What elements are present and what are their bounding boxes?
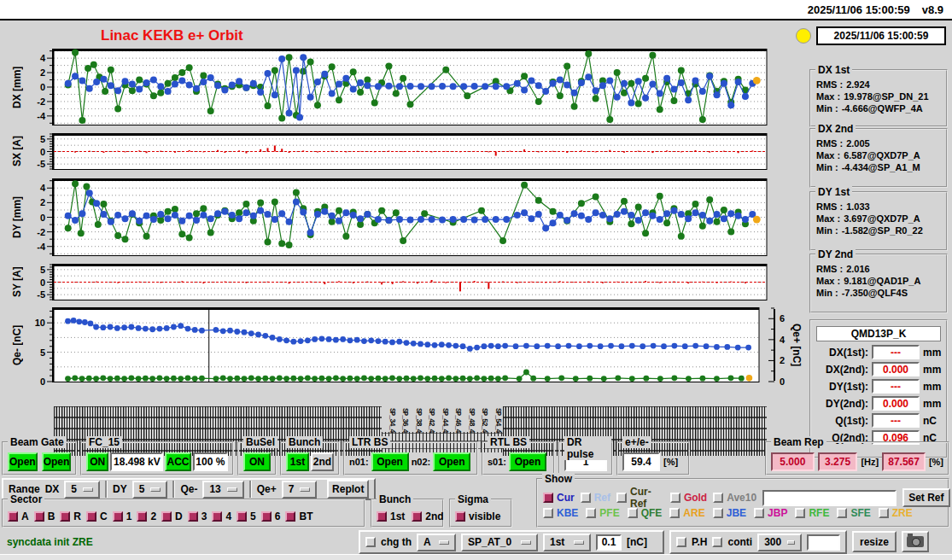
fc15-acc-button[interactable]: ACC [165,452,190,471]
conti-checkbox[interactable] [712,537,722,547]
n02-label: n02: [412,457,431,467]
sector-2: 2 [137,510,156,522]
dy-chart: -4-2024 [20,178,788,256]
sector-5-checkbox[interactable] [237,511,247,522]
busel-on-button[interactable]: ON [243,452,271,471]
show-pfe-checkbox[interactable] [586,508,596,518]
range-qep-dropdown[interactable]: 7 [282,481,318,499]
svg-text:-5: -5 [37,159,45,169]
range-dx-dropdown[interactable]: 5 [64,481,100,499]
beam-rep-actual-field[interactable]: 3.275 [818,452,858,471]
svg-text:10: 10 [35,318,45,328]
show-ave10-checkbox[interactable] [713,493,723,503]
bpm-label: SP_48_4 [467,408,476,433]
range-dy-dropdown[interactable]: 5 [132,481,168,499]
monitor-row-value[interactable]: 0.000 [872,362,920,376]
sector-bt: BT [285,510,312,522]
rms-value: 2.924 [846,79,870,90]
show-jbp-label: JBP [768,507,787,519]
sector-2-checkbox[interactable] [137,511,147,522]
show-jbp-checkbox[interactable] [754,508,764,518]
show-cur-checkbox[interactable] [543,493,553,503]
ltr-n02-open-button[interactable]: Open [433,452,470,471]
page-title: Linac KEKB e+ Orbit [101,27,243,44]
ltr-n01-open-button[interactable]: Open [371,452,409,471]
show-zre-checkbox[interactable] [879,508,889,518]
rtl-s01-open-button[interactable]: Open [509,452,546,471]
fc15-group: FC_15 ON 18.498 kV ACC 100 % [80,441,234,475]
svg-text:0: 0 [40,213,45,223]
stat-title: DY 1st [815,186,852,198]
sector-b-checkbox[interactable] [34,511,44,522]
monitor-row-value[interactable]: 0.000 [872,396,920,411]
beam-gate-open-button-2[interactable]: Open [42,452,72,471]
show-sfe-checkbox[interactable] [837,508,847,518]
bottom-strip [0,554,952,560]
show-sfe-label: SFE [850,507,870,519]
ph-checkbox[interactable] [676,537,686,547]
show-qfe-checkbox[interactable] [628,508,638,518]
sector-6: 6 [261,510,281,522]
set-ref-input[interactable] [762,490,897,506]
chg-th-label: chg th [381,536,412,548]
show-are-checkbox[interactable] [669,508,680,518]
fc15-percent-field[interactable]: 100 % [193,452,228,471]
sector-5: 5 [237,510,256,522]
sp-dropdown[interactable]: SP_AT_0 [461,534,538,551]
beam-rep-set-field[interactable]: 5.000 [771,452,815,471]
n01-label: n01: [349,457,369,467]
bunch-1st-button[interactable]: 1st [286,452,309,471]
sx-axis-label: SX [A] [10,133,24,170]
sector-bt-checkbox[interactable] [285,511,295,522]
beam-gate-open-button-1[interactable]: Open [8,452,38,471]
monitor-panel: QMD13P_K DX(1st):---mmDX(2nd):0.000mmDY(… [809,319,948,458]
set-ref-button[interactable]: Set Ref [902,488,950,507]
threshold-field[interactable]: 0.1 [596,534,622,551]
bunch-2nd-button[interactable]: 2nd [311,452,334,471]
sector-1-checkbox[interactable] [113,511,123,522]
sector-3-checkbox[interactable] [188,511,198,522]
screenshot-button[interactable] [902,531,929,552]
svg-text:4: 4 [40,53,46,63]
beam-rep-duty-field[interactable]: 87.567 [882,452,926,471]
show-zre: ZRE [879,507,913,519]
show-ave10-label: Ave10 [727,492,756,504]
monitor-row-value[interactable]: --- [872,413,920,428]
resize-button[interactable]: resize [852,531,897,552]
show-kbe-checkbox[interactable] [543,508,553,518]
show-jbe: JBE [713,507,746,519]
rms-value: 2.016 [846,264,870,274]
show-ref-checkbox[interactable] [581,493,591,503]
chg-th-checkbox[interactable] [365,537,376,547]
stat-title: DY 2nd [815,248,856,260]
e-ratio-field[interactable]: 59.4 [622,452,660,471]
monitor-row-unit: mm [923,381,941,393]
fc15-on-button[interactable]: ON [86,452,108,471]
channel-dropdown[interactable]: A [417,534,456,551]
sector-c-checkbox[interactable] [86,511,96,522]
sector-6-checkbox[interactable] [261,511,272,522]
show-rfe-checkbox[interactable] [795,508,805,518]
range-qem-dropdown[interactable]: 13 [202,481,243,499]
show-jbe-checkbox[interactable] [713,508,723,518]
camera-icon [907,536,924,547]
monitor-row-value[interactable]: --- [872,379,920,394]
sector-4-checkbox[interactable] [212,511,222,522]
count-dropdown[interactable]: 300 [757,534,802,551]
max-value: 19.978@SP_DN_21 [844,91,928,102]
sigma-visible-checkbox[interactable] [455,511,465,522]
show-cur-ref-checkbox[interactable] [616,493,627,503]
sector-d-checkbox[interactable] [161,511,172,522]
bunch-show-2nd-checkbox[interactable] [412,511,422,522]
count-field[interactable] [807,534,840,551]
show-gold-checkbox[interactable] [670,493,680,503]
sector-r-checkbox[interactable] [60,511,70,522]
fc15-kv-field[interactable]: 18.498 kV [110,452,163,471]
sector-a-checkbox[interactable] [8,511,18,522]
show-ref-label: Ref [594,492,610,504]
monitor-row-value[interactable]: --- [872,345,920,359]
bunch-dropdown[interactable]: 1st [543,534,591,551]
group-legend: FC_15 [86,436,122,448]
bunch-show-1st-checkbox[interactable] [377,511,387,522]
replot-button[interactable]: Replot [327,480,369,499]
